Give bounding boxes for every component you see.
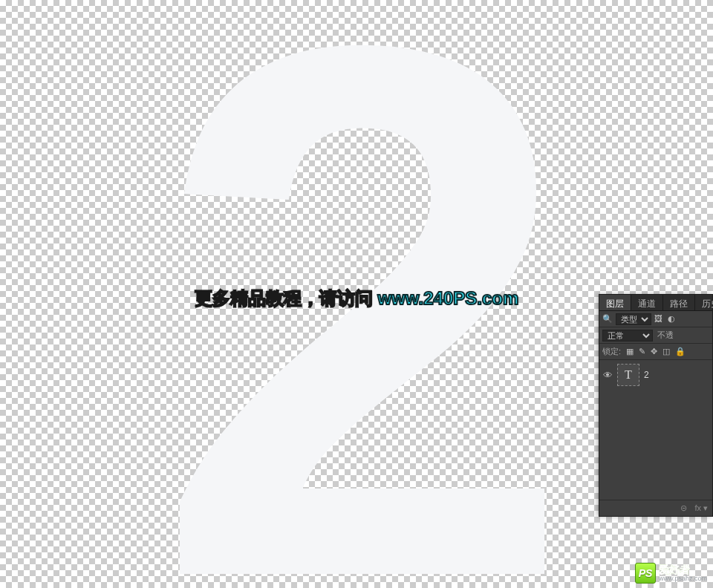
layer-filter-type[interactable]: 类型 xyxy=(616,313,651,325)
lock-brush-icon[interactable]: ✎ xyxy=(639,347,645,356)
panel-tabs: 图层 通道 路径 历史 xyxy=(599,295,712,311)
lock-all-icon[interactable]: 🔒 xyxy=(675,347,686,356)
layer-list: 👁 T 2 xyxy=(599,360,712,500)
layer-name[interactable]: 2 xyxy=(644,370,649,380)
filter-image-icon[interactable]: 🖼 xyxy=(654,314,665,324)
blend-mode-row: 正常 不透 xyxy=(599,327,712,344)
lock-pixels-icon[interactable]: ▦ xyxy=(626,347,634,356)
search-icon[interactable]: 🔍 xyxy=(602,314,613,324)
filter-adjust-icon[interactable]: ◐ xyxy=(668,314,678,324)
tutorial-overlay-text: 更多精品教程，请访问 www.240PS.com xyxy=(195,287,519,310)
watermark-text: 爱好者 www.psahz.com xyxy=(659,564,707,582)
overlay-prefix: 更多精品教程，请访问 xyxy=(195,288,378,308)
tab-layers[interactable]: 图层 xyxy=(599,295,631,310)
watermark-label: 爱好者 xyxy=(659,564,707,575)
tab-history[interactable]: 历史 xyxy=(695,295,713,310)
lock-move-icon[interactable]: ✥ xyxy=(651,347,657,356)
lock-artboard-icon[interactable]: ◫ xyxy=(662,347,670,356)
link-layers-icon[interactable]: ⊝ xyxy=(680,503,687,513)
lock-row: 锁定: ▦ ✎ ✥ ◫ 🔒 xyxy=(599,344,712,360)
text-layer-badge: T xyxy=(625,368,632,382)
lock-label: 锁定: xyxy=(602,346,621,357)
layers-panel: 图层 通道 路径 历史 🔍 类型 🖼 ◐ 正常 不透 锁定: ▦ ✎ ✥ ◫ 🔒… xyxy=(599,294,713,517)
watermark: PS 爱好者 www.psahz.com xyxy=(635,563,707,584)
opacity-label: 不透 xyxy=(657,330,674,341)
panel-footer: ⊝ fx ▾ xyxy=(599,500,712,516)
layer-filter-row: 🔍 类型 🖼 ◐ xyxy=(599,311,712,327)
watermark-url: www.psahz.com xyxy=(659,575,707,582)
overlay-url: www.240PS.com xyxy=(377,288,518,308)
watermark-logo: PS xyxy=(635,563,656,584)
layer-row[interactable]: 👁 T 2 xyxy=(599,360,712,390)
blend-mode-select[interactable]: 正常 xyxy=(602,330,653,342)
tab-paths[interactable]: 路径 xyxy=(663,295,695,310)
layer-thumbnail[interactable]: T xyxy=(617,364,639,386)
tab-channels[interactable]: 通道 xyxy=(631,295,663,310)
layer-fx-icon[interactable]: fx ▾ xyxy=(694,503,708,513)
visibility-toggle-icon[interactable]: 👁 xyxy=(602,370,613,381)
